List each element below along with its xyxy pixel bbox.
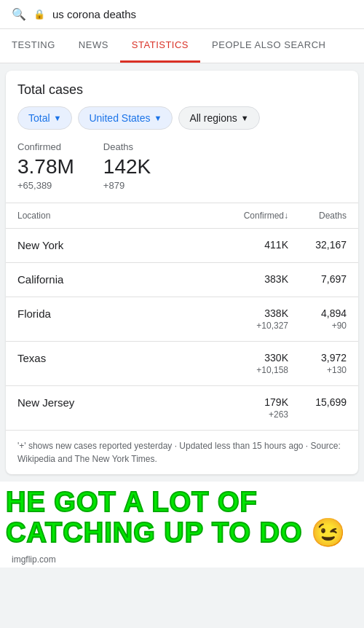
chevron-down-icon: ▼ bbox=[54, 114, 62, 122]
chevron-down-icon: ▼ bbox=[241, 114, 249, 122]
filter-regions[interactable]: All regions ▼ bbox=[178, 106, 259, 130]
card-footer: '+' shows new cases reported yesterday ·… bbox=[6, 431, 358, 474]
meme-line2: CATCHING UP TO DO 😉 bbox=[6, 518, 358, 549]
statistics-card: Total cases Total ▼ United States ▼ All … bbox=[6, 71, 358, 474]
search-bar: 🔍 🔒 us corona deaths bbox=[0, 0, 364, 29]
row-confirmed: 179K +263 bbox=[215, 396, 288, 420]
deaths-stat: Deaths 142K +879 bbox=[103, 141, 151, 191]
col-header-deaths: Deaths bbox=[288, 211, 347, 221]
search-query: us corona deaths bbox=[52, 8, 136, 20]
col-header-location: Location bbox=[17, 211, 215, 221]
table-header: Location Confirmed↓ Deaths bbox=[6, 203, 358, 229]
card-title: Total cases bbox=[6, 71, 358, 106]
table-row: Florida 338K +10,327 4,894 +90 bbox=[6, 297, 358, 342]
row-confirmed: 383K bbox=[215, 273, 288, 286]
row-confirmed: 330K +10,158 bbox=[215, 352, 288, 375]
confirmed-delta: +65,389 bbox=[17, 180, 74, 191]
row-confirmed: 338K +10,327 bbox=[215, 307, 288, 331]
row-deaths: 15,699 bbox=[288, 396, 347, 409]
row-deaths: 4,894 +90 bbox=[288, 307, 347, 331]
row-deaths: 32,167 bbox=[288, 239, 347, 252]
confirmed-stat: Confirmed 3.78M +65,389 bbox=[17, 141, 74, 191]
data-table: Location Confirmed↓ Deaths New York 411K… bbox=[6, 203, 358, 431]
lock-icon: 🔒 bbox=[33, 9, 45, 20]
table-row: Texas 330K +10,158 3,972 +130 bbox=[6, 342, 358, 386]
imgflip-bar: imgflip.com bbox=[0, 552, 364, 568]
meme-overlay: HE GOT A LOT OF CATCHING UP TO DO 😉 bbox=[0, 482, 364, 552]
stats-row: Confirmed 3.78M +65,389 Deaths 142K +879 bbox=[6, 141, 358, 203]
tab-statistics[interactable]: STATISTICS bbox=[120, 29, 200, 63]
tab-testing[interactable]: TESTING bbox=[0, 29, 67, 63]
row-location: New Jersey bbox=[17, 396, 215, 409]
tab-people-also-search[interactable]: PEOPLE ALSO SEARCH bbox=[200, 29, 337, 63]
table-row: New York 411K 32,167 bbox=[6, 229, 358, 263]
table-row: New Jersey 179K +263 15,699 bbox=[6, 386, 358, 431]
row-location: New York bbox=[17, 239, 215, 251]
deaths-label: Deaths bbox=[103, 141, 151, 152]
filter-total[interactable]: Total ▼ bbox=[17, 106, 72, 130]
meme-line1: HE GOT A LOT OF bbox=[6, 487, 358, 518]
filters-row: Total ▼ United States ▼ All regions ▼ bbox=[6, 106, 358, 141]
tabs-bar: TESTING NEWS STATISTICS PEOPLE ALSO SEAR… bbox=[0, 29, 364, 63]
row-deaths: 3,972 +130 bbox=[288, 352, 347, 375]
deaths-value: 142K bbox=[103, 155, 151, 178]
row-location: Florida bbox=[17, 307, 215, 320]
imgflip-label: imgflip.com bbox=[12, 554, 56, 565]
deaths-delta: +879 bbox=[103, 180, 151, 191]
row-location: Texas bbox=[17, 352, 215, 364]
tab-news[interactable]: NEWS bbox=[67, 29, 120, 63]
row-deaths: 7,697 bbox=[288, 273, 347, 286]
table-row: California 383K 7,697 bbox=[6, 263, 358, 297]
filter-country[interactable]: United States ▼ bbox=[78, 106, 173, 130]
row-confirmed: 411K bbox=[215, 239, 288, 252]
row-location: California bbox=[17, 273, 215, 286]
col-header-confirmed: Confirmed↓ bbox=[215, 211, 288, 221]
chevron-down-icon: ▼ bbox=[154, 114, 162, 122]
search-magnify-icon: 🔍 bbox=[12, 7, 26, 21]
confirmed-value: 3.78M bbox=[17, 155, 74, 178]
confirmed-label: Confirmed bbox=[17, 141, 74, 152]
